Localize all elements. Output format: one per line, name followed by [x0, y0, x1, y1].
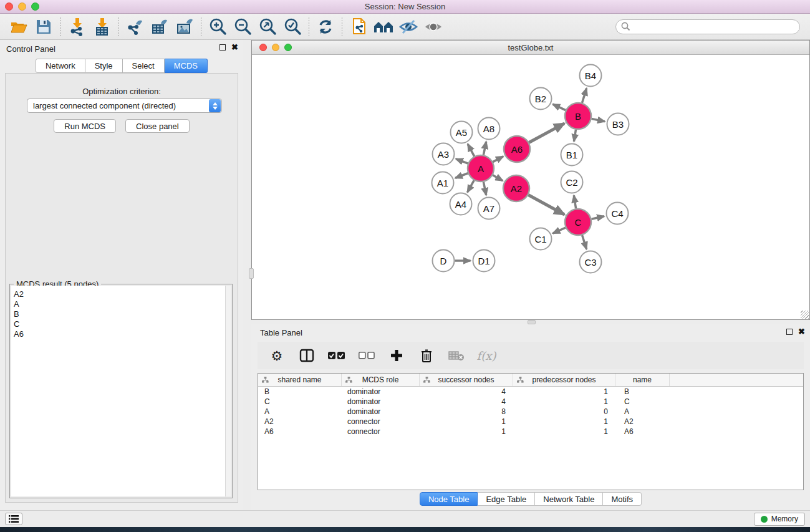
network-canvas[interactable]: B4B2BB3A5A8A6A3B1AA1C2A2A4A7C4CC1DD1C3 — [252, 56, 809, 319]
window-resize-grip[interactable] — [801, 311, 809, 319]
tab-mcds[interactable]: MCDS — [165, 59, 208, 73]
network-maximize-button[interactable] — [284, 44, 292, 51]
import-table-icon[interactable] — [89, 16, 114, 37]
table-row-b[interactable]: Bdominator41B — [258, 387, 803, 397]
criterion-dropdown[interactable]: largest connected component (directed) — [27, 99, 222, 113]
close-window-button[interactable] — [5, 2, 13, 11]
result-item-c[interactable]: C — [11, 319, 231, 329]
graph-edge-B-B1[interactable] — [574, 130, 576, 142]
export-image-icon[interactable] — [172, 16, 197, 37]
graph-edge-C-C1[interactable] — [553, 228, 566, 233]
result-item-a2[interactable]: A2 — [11, 289, 231, 299]
graph-node-c[interactable]: C — [565, 209, 591, 235]
tab-select[interactable]: Select — [123, 59, 165, 73]
tab-motifs[interactable]: Motifs — [603, 492, 642, 506]
open-file-icon[interactable] — [6, 16, 31, 37]
graph-node-a6[interactable]: A6 — [504, 136, 530, 162]
graph-edge-A-A3[interactable] — [456, 159, 468, 163]
show-all-icon[interactable] — [421, 16, 446, 37]
zoom-fit-icon[interactable] — [255, 16, 280, 37]
graph-edge-C-C4[interactable] — [591, 216, 604, 220]
first-neighbors-icon[interactable] — [371, 16, 396, 37]
tab-node-table[interactable]: Node Table — [420, 492, 478, 506]
graph-edge-B-B4[interactable] — [582, 89, 586, 103]
graph-edge-C-C2[interactable] — [574, 195, 576, 208]
hide-selected-icon[interactable] — [396, 16, 421, 37]
column-header-shared-name[interactable]: shared name — [258, 374, 342, 386]
columns-icon[interactable] — [296, 345, 317, 366]
column-header-successor-nodes[interactable]: successor nodes — [420, 374, 513, 386]
graph-node-c1[interactable]: C1 — [530, 228, 552, 250]
task-history-button[interactable] — [5, 513, 22, 525]
graph-edge-A-A8[interactable] — [483, 142, 486, 155]
result-item-b[interactable]: B — [11, 309, 231, 319]
delete-column-icon[interactable] — [416, 345, 437, 366]
graph-node-c3[interactable]: C3 — [580, 251, 602, 273]
deselect-all-icon[interactable] — [356, 345, 377, 366]
gear-icon[interactable]: ⚙ — [266, 345, 287, 366]
column-header-name[interactable]: name — [615, 374, 670, 386]
export-table-icon[interactable] — [147, 16, 172, 37]
tab-edge-table[interactable]: Edge Table — [478, 492, 535, 506]
mcds-result-list[interactable]: A2ABCA6 — [11, 286, 231, 496]
graph-node-b3[interactable]: B3 — [607, 114, 629, 135]
zoom-selected-icon[interactable] — [280, 16, 305, 37]
float-table-panel-icon[interactable] — [786, 329, 793, 335]
close-table-panel-icon[interactable]: ✖ — [798, 329, 805, 335]
graph-node-a5[interactable]: A5 — [451, 122, 473, 143]
graph-node-a7[interactable]: A7 — [478, 198, 500, 220]
graph-node-c4[interactable]: C4 — [607, 203, 629, 225]
graph-node-a1[interactable]: A1 — [432, 172, 454, 194]
graph-node-a4[interactable]: A4 — [450, 193, 472, 215]
minimize-window-button[interactable] — [18, 2, 26, 11]
graph-edge-A2-C[interactable] — [528, 195, 564, 215]
graph-node-d[interactable]: D — [433, 250, 455, 272]
tab-style[interactable]: Style — [85, 59, 123, 73]
maximize-window-button[interactable] — [31, 2, 39, 11]
graph-node-a2[interactable]: A2 — [503, 175, 529, 201]
import-network-icon[interactable] — [64, 16, 89, 37]
node-table[interactable]: shared nameMCDS rolesuccessor nodesprede… — [258, 373, 804, 490]
graph-edge-A6-B[interactable] — [529, 123, 564, 143]
graph-edge-C-C3[interactable] — [582, 235, 587, 249]
table-row-a2[interactable]: A2connector11A2 — [258, 417, 803, 427]
graph-edge-B-B3[interactable] — [592, 118, 605, 121]
graph-edge-A-A6[interactable] — [493, 157, 503, 162]
graph-node-b1[interactable]: B1 — [561, 144, 583, 166]
refresh-icon[interactable] — [313, 16, 338, 37]
add-column-icon[interactable] — [386, 345, 407, 366]
vertical-splitter-handle[interactable] — [249, 268, 254, 279]
column-header-predecessor-nodes[interactable]: predecessor nodes — [513, 374, 615, 386]
graph-node-a3[interactable]: A3 — [433, 143, 455, 165]
table-row-c[interactable]: Cdominator41C — [258, 397, 803, 407]
copy-network-icon[interactable] — [346, 16, 371, 37]
result-item-a[interactable]: A — [11, 299, 231, 309]
memory-button[interactable]: Memory — [754, 513, 805, 526]
save-session-icon[interactable] — [31, 16, 56, 37]
result-item-a6[interactable]: A6 — [11, 329, 231, 339]
network-minimize-button[interactable] — [272, 44, 279, 51]
run-mcds-button[interactable]: Run MCDS — [54, 119, 116, 133]
graph-node-a[interactable]: A — [468, 155, 494, 181]
graph-node-b2[interactable]: B2 — [530, 88, 552, 110]
tab-network-table[interactable]: Network Table — [535, 492, 603, 506]
search-input[interactable] — [634, 22, 794, 31]
tab-network[interactable]: Network — [36, 59, 85, 73]
zoom-out-icon[interactable] — [230, 16, 255, 37]
select-all-icon[interactable] — [326, 345, 347, 366]
network-close-button[interactable] — [259, 44, 267, 51]
graph-node-a8[interactable]: A8 — [478, 118, 500, 140]
horizontal-splitter-handle[interactable] — [528, 320, 536, 324]
table-row-a[interactable]: Adominator80A — [258, 407, 803, 417]
graph-node-b[interactable]: B — [565, 103, 591, 129]
graph-edge-A-A4[interactable] — [468, 180, 475, 192]
graph-edge-A-A7[interactable] — [483, 182, 486, 195]
graph-node-d1[interactable]: D1 — [473, 250, 495, 272]
float-panel-icon[interactable] — [219, 44, 226, 51]
export-network-icon[interactable] — [122, 16, 147, 37]
close-panel-button[interactable]: Close panel — [125, 119, 190, 133]
graph-edge-A-A2[interactable] — [493, 175, 503, 181]
graph-node-b4[interactable]: B4 — [580, 65, 602, 87]
graph-edge-A-A5[interactable] — [468, 144, 474, 157]
graph-edge-B-B2[interactable] — [552, 104, 566, 110]
